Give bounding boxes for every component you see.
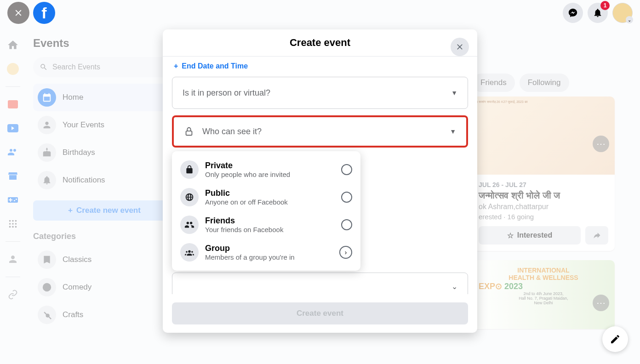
share-button[interactable] bbox=[585, 226, 608, 245]
notification-badge: 1 bbox=[600, 1, 610, 10]
cake-icon bbox=[38, 143, 56, 162]
plus-icon: + bbox=[174, 62, 178, 70]
gaming-icon[interactable] bbox=[6, 193, 19, 206]
caret-down-icon: ▼ bbox=[451, 89, 457, 97]
privacy-dropdown: PrivateOnly people who are invited Publi… bbox=[172, 151, 360, 271]
svg-point-5 bbox=[15, 223, 17, 225]
calendar-icon bbox=[38, 88, 56, 107]
groups-icon[interactable] bbox=[6, 146, 19, 159]
add-end-date-button[interactable]: + End Date and Time bbox=[172, 57, 468, 77]
sidebar-item-your-events[interactable]: Your Events bbox=[33, 111, 176, 139]
caret-down-icon: ▼ bbox=[450, 128, 456, 135]
marketplace-icon[interactable] bbox=[6, 170, 19, 182]
svg-point-0 bbox=[9, 220, 11, 222]
svg-rect-10 bbox=[186, 131, 192, 135]
interested-button[interactable]: ☆ Interested bbox=[479, 226, 581, 245]
page-title: Events bbox=[33, 37, 176, 50]
bell-icon bbox=[593, 8, 603, 18]
event-cover-image: ण सत्संग समारोह 26 व 27 जुलाई, 2023 का ⋯ bbox=[472, 97, 615, 175]
category-comedy[interactable]: Comedy bbox=[33, 273, 176, 301]
filter-friends[interactable]: Friends bbox=[472, 74, 515, 92]
person-icon bbox=[38, 116, 56, 134]
close-icon bbox=[13, 8, 23, 18]
globe-icon bbox=[180, 188, 199, 206]
link-icon[interactable] bbox=[6, 288, 19, 301]
more-icon[interactable]: ⋯ bbox=[593, 295, 609, 311]
search-input[interactable]: Search Events bbox=[33, 57, 176, 77]
collapsed-field[interactable]: ⌄ bbox=[172, 273, 468, 294]
lock-icon bbox=[180, 160, 199, 179]
pencil-icon bbox=[610, 334, 621, 345]
svg-point-3 bbox=[9, 223, 11, 225]
create-new-event-button[interactable]: + Create new event bbox=[33, 200, 176, 221]
scissors-icon bbox=[38, 306, 56, 324]
svg-point-9 bbox=[43, 283, 51, 291]
plus-icon: + bbox=[68, 206, 73, 215]
book-icon bbox=[38, 250, 56, 269]
create-event-modal: Create event + End Date and Time Is it i… bbox=[163, 29, 477, 333]
watch-icon[interactable] bbox=[6, 122, 19, 135]
sidebar-item-birthdays[interactable]: Birthdays bbox=[33, 139, 176, 166]
create-event-submit-button[interactable]: Create event bbox=[172, 302, 468, 324]
categories-heading: Categories bbox=[33, 232, 176, 241]
svg-point-4 bbox=[12, 223, 14, 225]
home-icon[interactable] bbox=[6, 39, 19, 51]
events-sidebar: Events Search Events Home Your Events Bi… bbox=[33, 37, 176, 329]
event-meta: erested · 16 going bbox=[479, 213, 608, 221]
svg-point-1 bbox=[12, 220, 14, 222]
star-icon: ☆ bbox=[507, 231, 514, 240]
group-shortcut-icon[interactable] bbox=[6, 253, 19, 266]
events-icon[interactable] bbox=[6, 98, 19, 111]
modal-close-button[interactable] bbox=[451, 38, 469, 56]
messenger-icon bbox=[568, 8, 578, 18]
event-card[interactable]: INTERNATIONALHEALTH & WELLNESS EXP⊙ 2023… bbox=[472, 260, 615, 329]
close-icon bbox=[455, 42, 464, 51]
category-classics[interactable]: Classics bbox=[33, 246, 176, 273]
share-icon bbox=[592, 231, 601, 240]
more-icon[interactable]: ⋯ bbox=[593, 136, 609, 152]
sidebar-item-home[interactable]: Home bbox=[33, 84, 176, 111]
svg-point-6 bbox=[9, 226, 11, 228]
location-type-field[interactable]: Is it in person or virtual? ▼ bbox=[172, 77, 468, 109]
privacy-field[interactable]: Who can see it? ▼ bbox=[172, 115, 468, 148]
chevron-down-icon: ⌄ bbox=[451, 282, 457, 291]
radio-icon bbox=[341, 192, 352, 203]
left-rail bbox=[0, 29, 26, 301]
discover-column: Friends Following ण सत्संग समारोह 26 व 2… bbox=[472, 74, 615, 338]
radio-icon bbox=[341, 164, 352, 175]
edit-fab[interactable] bbox=[602, 326, 628, 352]
category-crafts[interactable]: Crafts bbox=[33, 301, 176, 329]
messenger-button[interactable] bbox=[563, 3, 583, 23]
chevron-right-icon: › bbox=[339, 246, 352, 259]
privacy-option-group[interactable]: GroupMembers of a group you're in › bbox=[172, 239, 360, 266]
svg-point-8 bbox=[15, 226, 17, 228]
privacy-option-friends[interactable]: FriendsYour friends on Facebook bbox=[172, 211, 360, 239]
filter-following[interactable]: Following bbox=[520, 74, 569, 92]
radio-icon bbox=[341, 219, 352, 230]
close-button[interactable] bbox=[7, 2, 29, 24]
friends-icon bbox=[180, 216, 199, 234]
event-title: जन्मोत्सव श्री भोले जी ज bbox=[479, 190, 608, 201]
chevron-down-icon: ⌄ bbox=[626, 16, 633, 23]
facebook-logo[interactable]: f bbox=[33, 2, 55, 24]
sidebar-item-notifications[interactable]: Notifications bbox=[33, 166, 176, 194]
event-card[interactable]: ण सत्संग समारोह 26 व 27 जुलाई, 2023 का ⋯… bbox=[472, 97, 615, 251]
bell-icon bbox=[38, 171, 56, 189]
privacy-option-public[interactable]: PublicAnyone on or off Facebook bbox=[172, 183, 360, 211]
account-menu[interactable]: ⌄ bbox=[612, 3, 633, 23]
lock-icon bbox=[184, 126, 194, 136]
svg-point-7 bbox=[12, 226, 14, 228]
privacy-option-private[interactable]: PrivateOnly people who are invited bbox=[172, 156, 360, 183]
avatar-small[interactable] bbox=[6, 63, 19, 75]
search-icon bbox=[40, 63, 48, 71]
notifications-button[interactable]: 1 bbox=[588, 3, 608, 23]
menu-icon[interactable] bbox=[6, 217, 19, 230]
svg-point-2 bbox=[15, 220, 17, 222]
smile-icon bbox=[38, 278, 56, 296]
event-date: JUL 26 - JUL 27 bbox=[479, 181, 608, 188]
modal-title: Create event bbox=[290, 37, 350, 49]
event-location: ok Ashram,chattarpur bbox=[479, 203, 608, 211]
group-icon bbox=[180, 243, 199, 262]
